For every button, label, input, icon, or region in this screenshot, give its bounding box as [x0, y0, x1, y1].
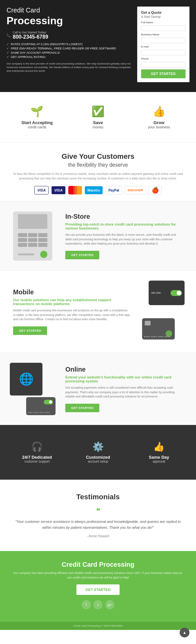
feature-start-label: Start Accepting [10, 120, 64, 125]
instore-section: In-Store Providing top-notch in-store cr… [0, 201, 196, 270]
footer-title: Credit Card Processing [13, 561, 183, 568]
mobile-description: Mobile credit card processing lets busin… [13, 308, 131, 322]
online-get-started-button[interactable]: GET STARTED [65, 404, 99, 412]
pos-card-slot [18, 253, 34, 255]
phone-field[interactable]: Phone [141, 57, 186, 67]
visa-logo-1: VISA [34, 186, 49, 194]
feature-2: FREE EMV-READY TERMINAL, FREE CARD READE… [7, 47, 134, 50]
feature-4: GET APPROVAL RATING! [7, 55, 134, 59]
mobile-get-started-button[interactable]: GET STARTED [13, 326, 47, 335]
benefits-section: 🎧 24/7 Dedicated customer support ⚙️ Cus… [0, 425, 196, 480]
testimonials-title: Testimonials [13, 493, 183, 501]
hero-phone-number: 800-2345-6789 [13, 34, 48, 40]
feature-grow-label: Grow [132, 120, 186, 125]
hero-features-list: RATES STARTING AT 0.15% (INDUSTRY'S LOWE… [7, 43, 134, 59]
mobile-text: 000 1000 [151, 292, 161, 294]
feature-grow: 👍 Grow your business [128, 102, 189, 132]
feature-save-label: Save [71, 120, 125, 125]
pos-device [13, 212, 52, 261]
mobile-subtitle: Our mobile solutions can help any establ… [13, 298, 131, 306]
pos-bottom [18, 251, 47, 258]
testimonials-section: Testimonials ❝ "Your customer service as… [0, 480, 196, 551]
social-icons: f t g+ [13, 600, 183, 609]
gear-icon: ⚙️ [73, 441, 124, 452]
form-subtitle: & Start Saving! [141, 15, 186, 18]
pos-key [38, 243, 47, 247]
maestro-logo: Maestro [85, 186, 103, 194]
footer-copyright: Credit Card Processing © 2016 PRAGERS [7, 624, 189, 627]
benefit-sameday-sub: approval [133, 460, 185, 463]
instore-text: In-Store Providing top-notch in-store cr… [59, 213, 189, 259]
feature-save-sub: money [71, 125, 125, 129]
benefit-support-label: 24/7 Dedicated [11, 455, 63, 460]
toggle-dot [177, 291, 181, 295]
feature-grow-sub: your business [132, 125, 186, 129]
form-title: Get a Quote [141, 10, 186, 14]
pos-power-button [40, 251, 47, 258]
footer-description: Our company has been providing efficient… [13, 571, 183, 580]
benefit-sameday-label: Same Day [133, 455, 185, 460]
pos-key [18, 233, 27, 237]
online-text-col: Online Extend your website's functionali… [59, 366, 189, 412]
business-name-label: Business Name [141, 33, 186, 36]
mobile-screen: 000 1000 [149, 281, 185, 305]
testimonial-author: - Annie Howard [13, 534, 183, 538]
feature-3: SAME DAY ACCOUNT APPROVALS! [7, 51, 134, 54]
online-toggle [44, 400, 53, 404]
paypal-logo: PayPal [106, 186, 122, 194]
online-toggle-dot [49, 400, 52, 404]
business-name-input[interactable] [141, 38, 186, 43]
payment-logos: VISA VISA Maestro PayPal DISCOVER 🍎 [13, 186, 183, 194]
phone-label: Phone [141, 57, 186, 60]
sprout-icon: 🌱 [10, 105, 64, 118]
instore-title: In-Store [65, 213, 183, 220]
feature-start-sub: credit cards [10, 125, 64, 129]
give-customers-section: Give Your Customers the flexibility they… [0, 142, 196, 201]
hero-title-main: Processing [7, 15, 134, 27]
facebook-icon[interactable]: f [82, 600, 91, 609]
pos-key [18, 238, 27, 242]
mobile-toggle [171, 290, 182, 296]
online-description: Not accepting payments online is still c… [65, 386, 183, 399]
hero-left: Credit Card Processing 📞 Call to Get Sta… [7, 7, 137, 73]
pos-key [38, 238, 47, 242]
mobile-device-image: 000 1000 ●●●● ●●●● ●●●● ●●●● [137, 281, 189, 343]
pos-key [28, 233, 37, 237]
form-get-started-button[interactable]: GET STARTED [141, 69, 186, 78]
online-device: 🌐 9999 9999 9999 9999 [10, 363, 56, 415]
business-name-field[interactable]: Business Name [141, 33, 186, 43]
instore-get-started-button[interactable]: GET STARTED [65, 251, 99, 259]
email-label: E-mail [141, 45, 186, 48]
pos-keypad [18, 233, 47, 247]
mobile-device: 000 1000 ●●●● ●●●● ●●●● ●●●● [142, 281, 185, 343]
online-device-image: 🌐 9999 9999 9999 9999 [7, 363, 59, 415]
email-input[interactable] [141, 50, 186, 55]
feature-start-accepting: 🌱 Start Accepting credit cards [7, 102, 68, 132]
headset-icon: 🎧 [11, 441, 63, 452]
feature-1: RATES STARTING AT 0.15% (INDUSTRY'S LOWE… [7, 43, 134, 46]
email-field[interactable]: E-mail [141, 45, 186, 55]
full-name-input[interactable] [141, 26, 186, 31]
hero-section: Credit Card Processing 📞 Call to Get Sta… [0, 0, 196, 92]
benefit-sameday: 👍 Same Day approval [128, 438, 189, 467]
instore-description: We can provide your business with the la… [65, 233, 183, 246]
full-name-field[interactable]: Full Name [141, 21, 186, 31]
instore-subtitle: Providing top-notch in-store credit card… [65, 222, 183, 230]
phone-icon: 📞 [7, 33, 11, 38]
phone-input[interactable] [141, 62, 186, 67]
googleplus-icon[interactable]: g+ [105, 600, 114, 609]
pos-screen [18, 214, 47, 229]
feature-save: ✅ Save money [68, 102, 129, 132]
footer-get-started-button[interactable]: GET STARTED [76, 584, 120, 595]
thumbsup-icon: 👍 [132, 105, 186, 118]
online-subtitle: Extend your website's functionality with… [65, 375, 183, 383]
visa-logo-2: VISA [51, 186, 66, 194]
benefit-support-sub: customer support [11, 460, 63, 463]
online-section: 🌐 9999 9999 9999 9999 Online Extend your… [0, 353, 196, 425]
mobile-card: ●●●● ●●●● ●●●● ●●●● [142, 318, 175, 340]
hero-phone-label: Call to Get Started Today! [13, 31, 48, 34]
pos-terminal-image [7, 212, 59, 261]
twitter-icon[interactable]: t [93, 600, 103, 609]
hero-form: Get a Quote & Start Saving! Full Name Bu… [137, 7, 189, 82]
online-card: 9999 9999 9999 9999 [26, 397, 56, 415]
